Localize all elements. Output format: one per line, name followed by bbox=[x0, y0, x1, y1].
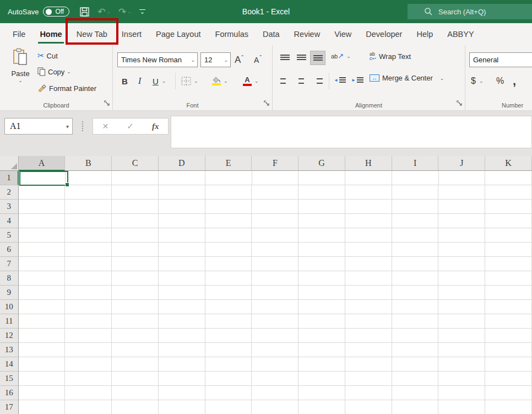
grid-cell[interactable] bbox=[392, 300, 439, 314]
grid-cell[interactable] bbox=[345, 200, 392, 214]
grid-cell[interactable] bbox=[485, 228, 532, 243]
grid-cell[interactable] bbox=[112, 357, 159, 372]
font-dialog-launcher-icon[interactable] bbox=[264, 98, 269, 108]
tab-help[interactable]: Help bbox=[409, 23, 440, 45]
grid-cell[interactable] bbox=[298, 386, 345, 400]
tab-file[interactable]: File bbox=[6, 23, 32, 45]
row-header[interactable]: 7 bbox=[0, 257, 19, 271]
grid-cell[interactable] bbox=[19, 286, 66, 300]
grid-cell[interactable] bbox=[345, 357, 392, 372]
grid-cell[interactable] bbox=[65, 372, 112, 386]
grid-cell[interactable] bbox=[345, 228, 392, 243]
grid-cell[interactable] bbox=[438, 314, 485, 329]
grid-cell[interactable] bbox=[392, 314, 439, 329]
increase-font-size-button[interactable]: A ˆ bbox=[235, 53, 243, 67]
grid-cell[interactable] bbox=[345, 286, 392, 300]
grid-cell[interactable] bbox=[19, 271, 66, 286]
grid-cell[interactable] bbox=[252, 300, 298, 314]
grid-cell[interactable] bbox=[392, 257, 439, 271]
row-header[interactable]: 14 bbox=[0, 357, 19, 372]
grid-cell[interactable] bbox=[112, 228, 159, 243]
grid-cell[interactable] bbox=[438, 343, 485, 357]
grid-cell[interactable] bbox=[485, 243, 532, 257]
grid-cell[interactable] bbox=[485, 271, 532, 286]
number-format-combo[interactable]: General bbox=[469, 52, 532, 67]
grid-cell[interactable] bbox=[298, 357, 345, 372]
row-header[interactable]: 10 bbox=[0, 300, 19, 314]
grid-cell[interactable] bbox=[19, 329, 66, 343]
name-box-dropdown-icon[interactable]: ▾ bbox=[66, 123, 69, 130]
grid-cell[interactable] bbox=[19, 400, 66, 414]
merge-center-menu-icon[interactable]: ⌄ bbox=[440, 76, 444, 81]
grid-cell[interactable] bbox=[112, 372, 159, 386]
grid-cell[interactable] bbox=[159, 300, 205, 314]
grid-cell[interactable] bbox=[252, 314, 298, 329]
grid-cell[interactable] bbox=[392, 171, 439, 185]
column-header[interactable]: A bbox=[19, 156, 66, 171]
grid-cell[interactable] bbox=[252, 200, 298, 214]
grid-cell[interactable] bbox=[438, 271, 485, 286]
tab-view[interactable]: View bbox=[327, 23, 359, 45]
grid-cell[interactable] bbox=[65, 257, 112, 271]
grid-cell[interactable] bbox=[205, 286, 252, 300]
grid-cell[interactable] bbox=[205, 314, 252, 329]
grid-cell[interactable] bbox=[205, 228, 252, 243]
copy-menu-icon[interactable]: ⌄ bbox=[67, 69, 71, 74]
percent-format-button[interactable]: % bbox=[496, 74, 504, 88]
grid-cell[interactable] bbox=[438, 228, 485, 243]
cancel-icon[interactable]: ✕ bbox=[102, 122, 109, 131]
grid-cell[interactable] bbox=[159, 200, 205, 214]
bottom-align-button[interactable] bbox=[310, 51, 325, 65]
grid-cell[interactable] bbox=[438, 185, 485, 200]
grid-cell[interactable] bbox=[392, 243, 439, 257]
row-header[interactable]: 16 bbox=[0, 386, 19, 400]
tab-data[interactable]: Data bbox=[256, 23, 287, 45]
grid-cell[interactable] bbox=[19, 200, 66, 214]
grid-cell[interactable] bbox=[159, 314, 205, 329]
grid-cell[interactable] bbox=[392, 357, 439, 372]
grid-cell[interactable] bbox=[252, 357, 298, 372]
grid-cell[interactable] bbox=[65, 343, 112, 357]
grid-cell[interactable] bbox=[438, 300, 485, 314]
grid-cell[interactable] bbox=[65, 386, 112, 400]
grid-cell[interactable] bbox=[438, 257, 485, 271]
autosave-control[interactable]: AutoSave Off bbox=[8, 7, 69, 17]
grid-cell[interactable] bbox=[66, 171, 112, 185]
grid-cell[interactable] bbox=[298, 343, 345, 357]
enter-icon[interactable]: ✓ bbox=[127, 121, 134, 131]
copy-button[interactable]: Copy ⌄ bbox=[37, 67, 71, 76]
align-left-button[interactable] bbox=[277, 73, 292, 87]
grid-cell[interactable] bbox=[252, 214, 298, 228]
grid-cell[interactable] bbox=[392, 185, 439, 200]
grid-cell[interactable] bbox=[159, 243, 205, 257]
select-all-button[interactable] bbox=[0, 156, 19, 171]
grid-cell[interactable] bbox=[19, 314, 66, 329]
grid-cell[interactable] bbox=[159, 271, 205, 286]
grid-cell[interactable] bbox=[19, 386, 66, 400]
grid-cell[interactable] bbox=[298, 243, 345, 257]
grid-cell[interactable] bbox=[65, 357, 112, 372]
fill-color-menu-icon[interactable]: ⌄ bbox=[224, 78, 228, 84]
grid-cell[interactable] bbox=[205, 243, 252, 257]
tab-page-layout[interactable]: Page Layout bbox=[149, 23, 208, 45]
formula-input[interactable] bbox=[171, 116, 532, 148]
orientation-menu-icon[interactable]: ⌄ bbox=[346, 53, 351, 59]
row-header[interactable]: 2 bbox=[0, 185, 19, 200]
grid-cell[interactable] bbox=[345, 372, 392, 386]
grid-cell[interactable] bbox=[298, 329, 345, 343]
grid-cell[interactable] bbox=[485, 386, 532, 400]
alignment-dialog-launcher-icon[interactable] bbox=[457, 98, 462, 108]
grid-cell[interactable] bbox=[205, 171, 252, 185]
column-header[interactable]: G bbox=[298, 156, 345, 171]
grid-cell[interactable] bbox=[112, 214, 159, 228]
grid-cell[interactable] bbox=[112, 171, 159, 185]
grid-cell[interactable] bbox=[65, 300, 112, 314]
autosave-toggle[interactable]: Off bbox=[43, 7, 69, 17]
grid-cell[interactable] bbox=[298, 286, 345, 300]
grid-cell[interactable] bbox=[298, 214, 345, 228]
grid-cell[interactable] bbox=[19, 357, 66, 372]
font-size-combo[interactable]: 12⌄ bbox=[200, 52, 231, 67]
grid-cell[interactable] bbox=[392, 200, 439, 214]
grid-cell[interactable] bbox=[438, 243, 485, 257]
grid-cell[interactable] bbox=[65, 200, 112, 214]
